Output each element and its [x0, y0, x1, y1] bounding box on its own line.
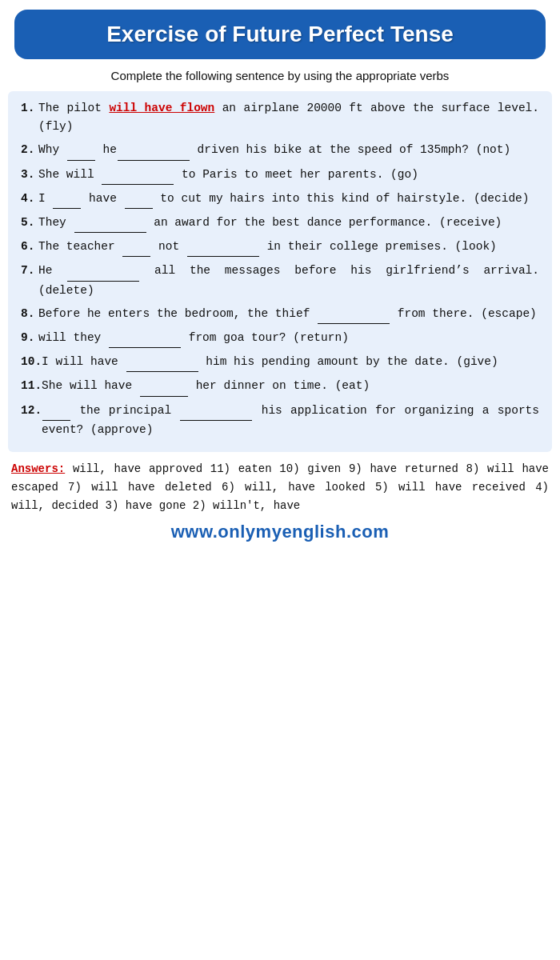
blank-4a — [53, 190, 81, 209]
page-title: Exercise of Future Perfect Tense — [30, 21, 530, 48]
answers-section: Answers: will, have approved 11) eaten 1… — [8, 460, 552, 515]
blank-7 — [67, 262, 139, 281]
question-11: 11. She will have her dinner on time. (e… — [21, 377, 539, 396]
q-text-11: She will have her dinner on time. (eat) — [42, 377, 539, 396]
questions-area: 1. The pilot will have flown an airplane… — [8, 91, 552, 452]
q-text-5: They an award for the best dance perform… — [38, 214, 539, 233]
header: Exercise of Future Perfect Tense — [0, 10, 560, 59]
question-6: 6. The teacher not in their college prem… — [21, 238, 539, 257]
q-text-4: I have to cut my hairs into this kind of… — [38, 190, 539, 209]
q-num-10: 10. — [21, 353, 42, 372]
subtitle: Complete the following sentence by using… — [24, 67, 536, 86]
q-num-3: 3. — [21, 166, 38, 185]
q-num-2: 2. — [21, 141, 38, 160]
question-7: 7. He all the messages before his girlfr… — [21, 262, 539, 299]
blank-6b — [187, 238, 259, 257]
example-answer: will have flown — [109, 102, 214, 114]
q-num-9: 9. — [21, 329, 38, 348]
question-12: 12. the principal his application for or… — [21, 402, 539, 439]
q-text-3: She will to Paris to meet her parents. (… — [38, 166, 539, 185]
q-text-7: He all the messages before his girlfrien… — [38, 262, 539, 299]
q-text-12: the principal his application for organi… — [42, 402, 539, 439]
blank-2b — [118, 141, 190, 160]
q-text-6: The teacher not in their college premise… — [38, 238, 539, 257]
blank-6a — [122, 238, 150, 257]
blank-5 — [74, 214, 146, 233]
q-num-1: 1. — [21, 99, 38, 136]
q-num-4: 4. — [21, 190, 38, 209]
q-num-11: 11. — [21, 377, 42, 396]
blank-11 — [140, 377, 188, 396]
question-1: 1. The pilot will have flown an airplane… — [21, 99, 539, 136]
blank-8 — [318, 305, 390, 324]
q-num-5: 5. — [21, 214, 38, 233]
blank-3 — [102, 166, 174, 185]
q-num-12: 12. — [21, 402, 42, 439]
question-4: 4. I have to cut my hairs into this kind… — [21, 190, 539, 209]
question-5: 5. They an award for the best dance perf… — [21, 214, 539, 233]
q-text-9: will they from goa tour? (return) — [38, 329, 539, 348]
q-text-10: I will have him his pending amount by th… — [42, 353, 539, 372]
blank-12a — [42, 402, 70, 421]
blank-10 — [126, 353, 198, 372]
blank-12b — [180, 402, 252, 421]
q-text-1: The pilot will have flown an airplane 20… — [38, 99, 539, 136]
q-num-7: 7. — [21, 262, 38, 299]
question-2: 2. Why he driven his bike at the speed o… — [21, 141, 539, 160]
question-10: 10. I will have him his pending amount b… — [21, 353, 539, 372]
website-footer: www.onlymyenglish.com — [0, 522, 560, 542]
question-8: 8. Before he enters the bedroom, the thi… — [21, 305, 539, 324]
question-9: 9. will they from goa tour? (return) — [21, 329, 539, 348]
q-text-8: Before he enters the bedroom, the thief … — [38, 305, 539, 324]
q-text-2: Why he driven his bike at the speed of 1… — [38, 141, 539, 160]
answers-text: will, have approved 11) eaten 10) given … — [11, 462, 549, 512]
blank-9 — [109, 329, 181, 348]
question-3: 3. She will to Paris to meet her parents… — [21, 166, 539, 185]
blank-4b — [125, 190, 153, 209]
blank-2a — [67, 141, 95, 160]
q-num-6: 6. — [21, 238, 38, 257]
answers-label: Answers: — [11, 462, 65, 475]
q-num-8: 8. — [21, 305, 38, 324]
